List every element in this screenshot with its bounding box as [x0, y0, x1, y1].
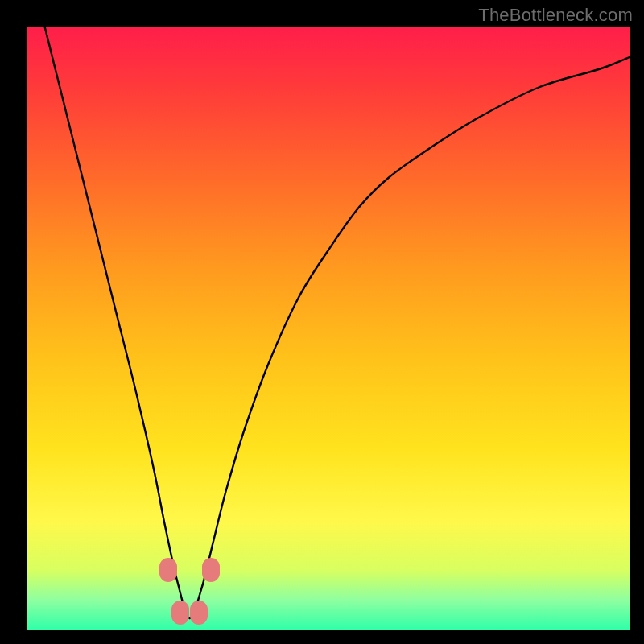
highlight-marker — [202, 558, 220, 582]
curve-layer — [27, 27, 630, 630]
plot-area — [27, 27, 630, 630]
bottleneck-curve — [45, 27, 631, 618]
highlight-marker — [171, 601, 189, 625]
chart-stage: TheBottleneck.com — [0, 0, 644, 644]
highlight-marker — [159, 558, 177, 582]
watermark-text: TheBottleneck.com — [478, 5, 633, 26]
highlight-marker — [190, 601, 208, 625]
